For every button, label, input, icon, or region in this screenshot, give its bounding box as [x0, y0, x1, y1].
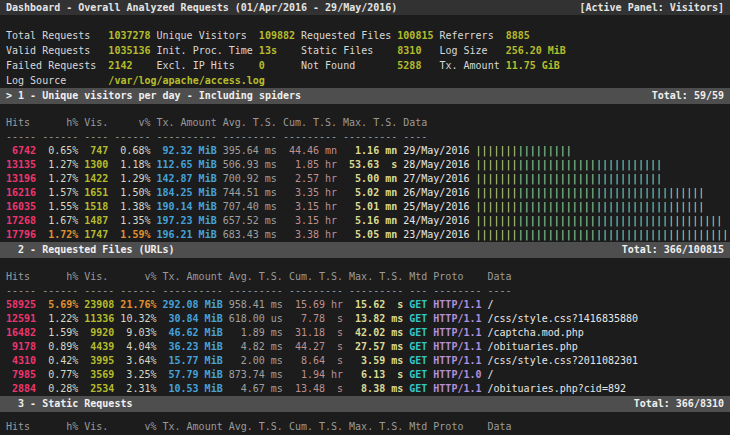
table-row[interactable]: 162161.57%16511.50%184.25 MiB744.51 ms3.…: [0, 186, 730, 200]
column-header-avg: Avg. T.S.: [223, 116, 277, 130]
table-row[interactable]: 67420.65%7470.68%92.32 MiB395.64 ms44.46…: [0, 144, 730, 158]
spacer: [0, 412, 730, 420]
cell-hpct: 1.27%: [42, 172, 78, 186]
cell-hits: 7985: [6, 368, 36, 382]
table-row[interactable]: 28840.28%25342.31%10.53 MiB4.67 ms13.48 …: [0, 382, 730, 396]
cell-bars: ||||||||||||||||: [475, 144, 571, 158]
column-dashes-proto: --------: [433, 284, 481, 298]
column-header-cum: Cum. T.S.: [283, 116, 337, 130]
cell-date: 24/May/2016: [403, 214, 469, 228]
cell-cum: 13.48 s: [289, 382, 343, 396]
summary-label: Valid Requests: [6, 43, 108, 58]
cell-tx: 36.23 MiB: [162, 340, 222, 354]
summary-value: 8310: [397, 43, 439, 58]
cell-hpct: 0.42%: [42, 354, 78, 368]
column-header-hpct: h%: [42, 420, 78, 434]
cell-bars: ||||||||||||||||||||||||||||||||||||||||…: [475, 214, 722, 228]
table-row[interactable]: 589255.69%2390821.76%292.08 MiB958.41 ms…: [0, 298, 730, 312]
cell-vpct: 1.29%: [114, 172, 150, 186]
cell-hits: 6742: [6, 144, 36, 158]
cell-vpct: 10.32%: [120, 312, 156, 326]
table-row[interactable]: 43100.42%39953.64%15.77 MiB2.00 ms8.64 s…: [0, 354, 730, 368]
table-row[interactable]: 131351.27%13001.18%112.65 MiB506.93 ms1.…: [0, 158, 730, 172]
column-underline-row: ----------------------------------------…: [0, 130, 730, 144]
cell-tx: 184.25 MiB: [156, 186, 216, 200]
summary-label: Referrers: [439, 28, 505, 43]
table-row[interactable]: 125911.22%1133610.32%30.84 MiB618.00 us7…: [0, 312, 730, 326]
panel-header-bar-1[interactable]: > 1 - Unique visitors per day - Includin…: [0, 88, 730, 104]
cell-tx: 292.08 MiB: [162, 298, 222, 312]
cell-vis: 3569: [84, 368, 114, 382]
cell-hpct: 1.55%: [42, 200, 78, 214]
cell-cum: 44.46 mn: [283, 144, 337, 158]
summary-row: Log Source/var/log/apache/access.log: [0, 73, 730, 88]
column-header-avg: Avg. T.S.: [229, 270, 283, 284]
cell-avg: 506.93 ms: [223, 158, 277, 172]
summary-row: Valid Requests1035136Init. Proc. Time13s…: [0, 43, 730, 58]
column-header-vis: Vis.: [84, 270, 114, 284]
cell-vpct: 1.38%: [114, 200, 150, 214]
column-header-row: Hitsh%Vis.v%Tx. AmountAvg. T.S.Cum. T.S.…: [0, 420, 730, 434]
column-header-tx: Tx. Amount: [162, 270, 222, 284]
summary-value: 0: [259, 58, 301, 73]
cell-hits: 12591: [6, 312, 36, 326]
summary-label: Total Requests: [6, 28, 108, 43]
cell-cum: 3.15 hr: [283, 200, 337, 214]
panel-cursor-slot: [6, 396, 18, 412]
cell-tx: 196.21 MiB: [156, 228, 216, 242]
cell-vpct: 1.59%: [114, 228, 150, 242]
table-row[interactable]: 131961.27%14221.29%142.87 MiB700.92 ms2.…: [0, 172, 730, 186]
panel-total-count: Total: 366/100815: [622, 242, 730, 258]
table-row[interactable]: 177961.72%17471.59%196.21 MiB683.43 ms3.…: [0, 228, 730, 242]
table-row[interactable]: 164821.59%99209.03%46.62 MiB1.89 ms31.18…: [0, 326, 730, 340]
column-header-tx: Tx. Amount: [156, 116, 216, 130]
cell-bars: ||||||||||||||||||||||||||||||||||||||||…: [475, 228, 728, 242]
cell-max: 5.16 mn: [343, 214, 397, 228]
cell-proto: HTTP/1.0: [433, 368, 481, 382]
table-row[interactable]: 172681.67%14871.35%197.23 MiB657.52 ms3.…: [0, 214, 730, 228]
cell-date: 27/May/2016: [403, 172, 469, 186]
cell-mtd: GET: [409, 340, 427, 354]
table-row[interactable]: 91780.89%44394.04%36.23 MiB4.82 ms44.27 …: [0, 340, 730, 354]
column-dashes-tx: ----------: [162, 284, 222, 298]
cell-vpct: 21.76%: [120, 298, 156, 312]
cell-vpct: 1.35%: [114, 214, 150, 228]
table-row[interactable]: 79850.77%35693.25%57.79 MiB873.74 ms1.94…: [0, 368, 730, 382]
cell-hits: 16035: [6, 200, 36, 214]
cell-data: /: [488, 298, 494, 312]
cell-vis: 9920: [84, 326, 114, 340]
column-dashes-hits: -----: [6, 284, 36, 298]
summary-value: 100815: [397, 28, 439, 43]
column-header-cum: Cum. T.S.: [289, 420, 343, 434]
cell-avg: 395.64 ms: [223, 144, 277, 158]
cell-vis: 1487: [84, 214, 108, 228]
title-bar: Dashboard - Overall Analyzed Requests (0…: [0, 0, 730, 15]
summary-value: 2142: [108, 58, 156, 73]
cell-data: /css/style.css?2011082301: [488, 354, 639, 368]
cell-vis: 4439: [84, 340, 114, 354]
table-row[interactable]: 160351.55%15181.38%190.14 MiB707.40 ms3.…: [0, 200, 730, 214]
cell-vpct: 3.64%: [120, 354, 156, 368]
panel-header-bar-2[interactable]: 2 - Requested Files (URLs)Total: 366/100…: [0, 242, 730, 258]
cell-cum: 1.94 hr: [289, 368, 343, 382]
panel-title: 1 - Unique visitors per day - Including …: [18, 88, 301, 104]
column-underline-row: ----------------------------------------…: [0, 284, 730, 298]
column-dashes-avg: ---------: [229, 284, 283, 298]
cell-vis: 23908: [84, 298, 114, 312]
column-header-vis: Vis.: [84, 420, 114, 434]
column-dashes-cum: ---------: [289, 284, 343, 298]
cell-tx: 142.87 MiB: [156, 172, 216, 186]
panel-header-bar-3[interactable]: 3 - Static RequestsTotal: 366/8310: [0, 396, 730, 412]
summary-value: 11.75 GiB: [506, 58, 578, 73]
cell-hpct: 5.69%: [42, 298, 78, 312]
cell-max: 5.00 mn: [343, 172, 397, 186]
cell-mtd: GET: [409, 312, 427, 326]
cell-vis: 1651: [84, 186, 108, 200]
panel-title: 3 - Static Requests: [18, 396, 132, 412]
cell-hpct: 0.89%: [42, 340, 78, 354]
column-header-hits: Hits: [6, 116, 36, 130]
cell-vis: 2534: [84, 382, 114, 396]
summary-label: Log Source: [6, 73, 108, 88]
column-header-row: Hitsh%Vis.v%Tx. AmountAvg. T.S.Cum. T.S.…: [0, 116, 730, 130]
goaccess-dashboard: Dashboard - Overall Analyzed Requests (0…: [0, 0, 730, 435]
